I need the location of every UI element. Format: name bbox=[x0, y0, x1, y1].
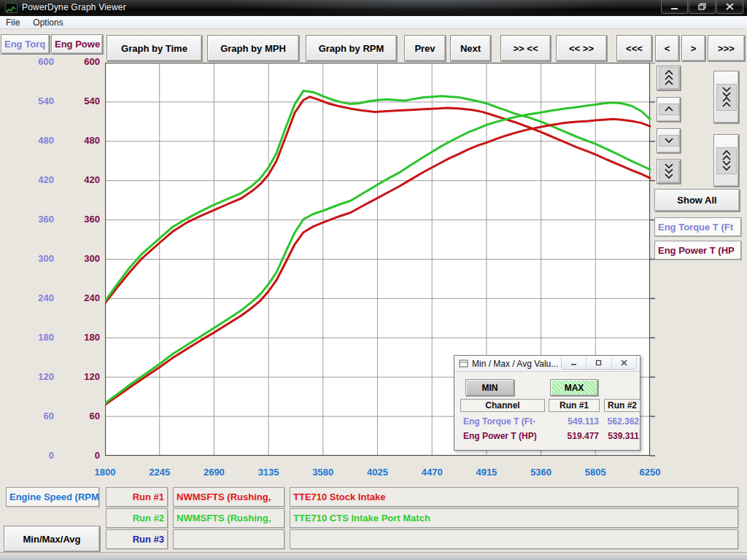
chevron-triple-down-button[interactable] bbox=[657, 159, 681, 184]
y-tick-label-torque: 240 bbox=[20, 293, 54, 303]
graph-by-mph-button[interactable]: Graph by MPH bbox=[207, 35, 299, 61]
run1-label: Run #1 bbox=[106, 487, 168, 507]
dialog-close-button[interactable] bbox=[612, 357, 636, 369]
scroll-right-button[interactable]: > bbox=[681, 35, 705, 61]
y-tick-label-torque: 0 bbox=[20, 451, 54, 461]
x-tick-label: 3135 bbox=[247, 467, 290, 478]
chevron-single-up-icon bbox=[659, 104, 679, 115]
y-tick-label-power: 180 bbox=[66, 332, 100, 343]
y-tick-label-torque: 300 bbox=[20, 254, 54, 264]
zoom-out-x-button[interactable]: << >> bbox=[556, 35, 607, 61]
powerdyne-window: PowerDyne Graph Viewer File Options Eng … bbox=[0, 0, 747, 560]
dialog-title: Min / Max / Avg Valu... bbox=[472, 359, 558, 369]
dialog-torque-run2-value: 562.362 bbox=[595, 416, 639, 427]
x-tick-label: 4470 bbox=[410, 467, 454, 478]
dialog-row-power-label: Eng Power T (HP) bbox=[463, 431, 537, 441]
y-tick-label-power: 480 bbox=[66, 136, 100, 146]
y-tick-label-torque: 60 bbox=[20, 411, 54, 421]
chevron-expand-icon bbox=[716, 147, 737, 174]
y-tick-label-power: 60 bbox=[66, 411, 100, 421]
run2-description-field[interactable]: TTE710 CTS Intake Port Match bbox=[290, 508, 738, 528]
chevron-single-down-button[interactable] bbox=[657, 128, 681, 153]
x-tick-label: 5805 bbox=[573, 467, 617, 478]
x-tick-label: 4025 bbox=[356, 467, 400, 478]
run3-label: Run #3 bbox=[106, 529, 168, 549]
graph-by-rpm-button[interactable]: Graph by RPM bbox=[306, 35, 397, 61]
y-tick-label-power: 540 bbox=[66, 96, 100, 106]
expand-vertical-button[interactable] bbox=[713, 134, 739, 187]
minimize-button[interactable] bbox=[661, 0, 688, 14]
x-tick-label: 3580 bbox=[301, 467, 345, 478]
scroll-left-button[interactable]: < bbox=[655, 35, 679, 61]
y-tick-label-torque: 420 bbox=[20, 175, 54, 185]
y-tick-label-power: 420 bbox=[66, 175, 100, 185]
torque-channel-field[interactable]: Eng Torque T (Ft bbox=[654, 217, 741, 236]
y-tick-label-power: 300 bbox=[66, 254, 100, 264]
run2-file-field[interactable]: NWMSFTS (Rushing, bbox=[173, 508, 285, 528]
x-tick-label: 2245 bbox=[138, 467, 182, 478]
y-tick-label-power: 360 bbox=[66, 214, 100, 225]
y-tick-label-torque: 540 bbox=[20, 96, 54, 106]
menu-options[interactable]: Options bbox=[33, 18, 63, 28]
channel-button-torque[interactable]: Eng Torq bbox=[1, 34, 50, 54]
y-tick-label-power: 600 bbox=[66, 57, 100, 67]
menu-bar: File Options bbox=[0, 16, 747, 29]
collapse-vertical-button[interactable] bbox=[713, 71, 739, 123]
dialog-icon bbox=[459, 359, 468, 368]
chevron-single-up-button[interactable] bbox=[657, 97, 681, 122]
dialog-power-run2-value: 539.311 bbox=[595, 431, 639, 441]
run1-file-field[interactable]: NWMSFTS (Rushing, bbox=[173, 487, 285, 507]
y-tick-label-power: 240 bbox=[66, 293, 100, 303]
run1-description-field[interactable]: TTE710 Stock Intake bbox=[290, 487, 738, 507]
scroll-right-fast-button[interactable]: >>> bbox=[708, 35, 745, 61]
y-tick-label-power: 120 bbox=[66, 372, 100, 382]
window-bottom-border bbox=[0, 552, 747, 560]
y-tick-label-torque: 600 bbox=[20, 57, 54, 67]
y-tick-label-torque: 360 bbox=[20, 214, 54, 225]
dialog-power-run1-value: 519.477 bbox=[555, 431, 599, 441]
y-tick-label-torque: 180 bbox=[20, 332, 54, 343]
app-icon bbox=[5, 3, 18, 13]
dialog-restore-button[interactable] bbox=[587, 357, 611, 369]
menu-file[interactable]: File bbox=[6, 18, 20, 28]
minmax-dialog: Min / Max / Avg Valu... MIN MAX Channel … bbox=[454, 355, 640, 451]
next-button[interactable]: Next bbox=[450, 35, 491, 61]
max-button[interactable]: MAX bbox=[550, 379, 598, 396]
graph-by-time-button[interactable]: Graph by Time bbox=[107, 35, 202, 61]
show-all-button[interactable]: Show All bbox=[654, 189, 740, 211]
run3-file-field[interactable] bbox=[173, 529, 285, 549]
maximize-button[interactable] bbox=[689, 0, 716, 14]
y-tick-label-power: 0 bbox=[66, 451, 100, 461]
chevron-collapse-icon bbox=[716, 84, 737, 111]
dialog-torque-run1-value: 549.113 bbox=[555, 416, 599, 427]
chevron-triple-up-button[interactable] bbox=[657, 66, 681, 90]
x-tick-label: 5360 bbox=[519, 467, 563, 478]
run2-label: Run #2 bbox=[106, 508, 168, 528]
channel-button-power[interactable]: Eng Powe bbox=[51, 34, 103, 54]
title-bar: PowerDyne Graph Viewer bbox=[0, 0, 747, 16]
prev-button[interactable]: Prev bbox=[404, 35, 446, 61]
x-tick-label: 2690 bbox=[192, 467, 236, 478]
dialog-header-run1: Run #1 bbox=[549, 399, 600, 412]
close-button[interactable] bbox=[716, 0, 743, 14]
chevron-triple-down-icon bbox=[659, 160, 679, 182]
dialog-title-bar[interactable]: Min / Max / Avg Valu... bbox=[454, 356, 640, 372]
x-channel-field[interactable]: Engine Speed (RPM bbox=[6, 487, 99, 507]
dialog-header-channel: Channel bbox=[460, 399, 545, 412]
x-tick-label: 6250 bbox=[628, 467, 672, 478]
dialog-minimize-button[interactable] bbox=[562, 357, 587, 369]
scroll-left-fast-button[interactable]: <<< bbox=[616, 35, 652, 61]
x-tick-label: 4915 bbox=[465, 467, 508, 478]
window-title: PowerDyne Graph Viewer bbox=[22, 2, 126, 12]
dialog-header-run2: Run #2 bbox=[604, 399, 640, 412]
y-tick-label-torque: 480 bbox=[20, 136, 54, 146]
y-tick-label-torque: 120 bbox=[20, 372, 54, 382]
run3-description-field[interactable] bbox=[290, 529, 738, 549]
zoom-in-x-button[interactable]: >> << bbox=[500, 35, 551, 61]
min-button[interactable]: MIN bbox=[465, 379, 514, 396]
minmaxavg-button[interactable]: Min/Max/Avg bbox=[4, 526, 100, 552]
chevron-triple-up-icon bbox=[659, 67, 679, 89]
titlebar-glow bbox=[219, 0, 627, 16]
power-channel-field[interactable]: Eng Power T (HP bbox=[654, 241, 741, 260]
x-tick-label: 1800 bbox=[83, 467, 127, 478]
